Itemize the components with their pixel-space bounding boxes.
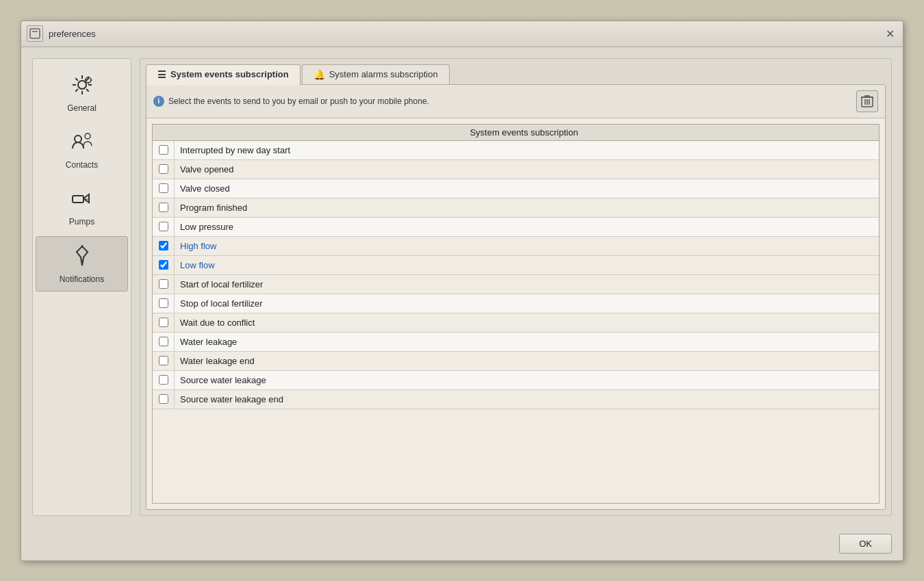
sidebar-item-general-label: General <box>67 103 97 113</box>
titlebar: preferences ✕ <box>21 21 903 47</box>
event-checkbox-9[interactable] <box>159 318 168 327</box>
checkbox-cell <box>153 352 175 370</box>
info-icon: i <box>153 96 164 107</box>
info-bar: i Select the events to send to you by em… <box>146 85 885 118</box>
window-title: preferences <box>49 29 882 39</box>
checkbox-cell <box>153 256 175 274</box>
info-text-label: Select the events to send to you by emai… <box>168 96 429 106</box>
table-row[interactable]: Valve closed <box>153 179 879 198</box>
table-row[interactable]: Stop of local fertilizer <box>153 294 879 313</box>
event-label-7: Start of local fertilizer <box>175 276 879 292</box>
app-icon <box>27 25 43 42</box>
contacts-icon <box>70 129 94 157</box>
event-checkbox-11[interactable] <box>159 356 168 365</box>
info-message: i Select the events to send to you by em… <box>153 96 429 107</box>
event-label-0: Interrupted by new day start <box>175 142 879 158</box>
svg-line-10 <box>75 89 78 92</box>
event-checkbox-13[interactable] <box>159 394 168 404</box>
tab-bar: ☰ System events subscription 🔔 System al… <box>140 59 891 84</box>
gear-icon <box>70 73 94 101</box>
checkbox-cell <box>153 275 175 294</box>
tab-content: i Select the events to send to you by em… <box>146 84 886 510</box>
svg-line-8 <box>86 89 89 92</box>
event-checkbox-7[interactable] <box>159 279 168 289</box>
table-row[interactable]: Water leakage end <box>153 352 879 371</box>
event-checkbox-4[interactable] <box>159 222 168 231</box>
events-table: System events subscription Interrupted b… <box>152 124 880 504</box>
tab-alarms-label: System alarms subscription <box>329 69 438 79</box>
event-checkbox-3[interactable] <box>159 203 168 212</box>
event-checkbox-5[interactable] <box>159 241 168 250</box>
svg-line-7 <box>75 78 78 81</box>
svg-line-9 <box>86 78 89 81</box>
event-label-13: Source water leakage end <box>175 391 879 407</box>
event-checkbox-1[interactable] <box>159 164 168 174</box>
menu-icon: ☰ <box>157 69 166 80</box>
checkbox-cell <box>153 198 175 217</box>
table-row[interactable]: Source water leakage end <box>153 390 879 409</box>
table-header-cell: System events subscription <box>158 127 873 138</box>
checkbox-cell <box>153 237 175 255</box>
event-checkbox-0[interactable] <box>159 145 168 155</box>
checkbox-cell <box>153 160 175 179</box>
pumps-icon <box>70 186 94 214</box>
table-row[interactable]: Low pressure <box>153 218 879 237</box>
svg-rect-18 <box>73 196 84 203</box>
event-label-2: Valve closed <box>175 181 879 196</box>
checkbox-cell <box>153 294 175 313</box>
event-checkbox-12[interactable] <box>159 375 168 385</box>
preferences-window: preferences ✕ <box>21 21 903 561</box>
main-content: ☰ System events subscription 🔔 System al… <box>140 58 892 516</box>
event-label-6: Low flow <box>175 257 879 273</box>
svg-point-2 <box>78 81 86 89</box>
event-label-1: Valve opened <box>175 162 879 177</box>
checkbox-cell <box>153 333 175 351</box>
svg-point-16 <box>75 135 81 142</box>
event-checkbox-10[interactable] <box>159 337 168 346</box>
svg-rect-0 <box>30 29 40 38</box>
checkbox-cell <box>153 390 175 409</box>
table-row[interactable]: Wait due to conflict <box>153 313 879 333</box>
sidebar-item-notifications[interactable]: Notifications <box>36 236 128 292</box>
event-label-8: Stop of local fertilizer <box>175 296 879 311</box>
event-label-9: Wait due to conflict <box>175 315 879 331</box>
footer: OK <box>21 527 903 560</box>
event-label-3: Program finished <box>175 200 879 216</box>
notifications-icon <box>70 244 94 272</box>
table-row[interactable]: Interrupted by new day start <box>153 141 879 160</box>
checkbox-cell <box>153 371 175 389</box>
table-row[interactable]: Source water leakage <box>153 371 879 390</box>
event-label-10: Water leakage <box>175 334 879 350</box>
event-label-12: Source water leakage <box>175 372 879 388</box>
sidebar-item-pumps[interactable]: Pumps <box>36 179 128 233</box>
tab-events[interactable]: ☰ System events subscription <box>146 64 300 85</box>
close-button[interactable]: ✕ <box>882 26 897 41</box>
table-row[interactable]: Program finished <box>153 198 879 218</box>
sidebar-item-contacts[interactable]: Contacts <box>36 122 128 177</box>
event-checkbox-8[interactable] <box>159 298 168 308</box>
table-row[interactable]: Low flow <box>153 256 879 275</box>
table-row[interactable]: Valve opened <box>153 160 879 179</box>
table-row[interactable]: Start of local fertilizer <box>153 275 879 294</box>
event-checkbox-2[interactable] <box>159 183 168 193</box>
ok-button[interactable]: OK <box>839 534 892 554</box>
svg-point-17 <box>85 133 90 139</box>
event-label-5: High flow <box>175 238 879 254</box>
sidebar-item-contacts-label: Contacts <box>66 160 98 170</box>
tab-events-label: System events subscription <box>170 69 289 79</box>
bell-icon: 🔔 <box>313 69 325 80</box>
checkbox-cell <box>153 179 175 198</box>
checkbox-cell <box>153 313 175 332</box>
sidebar-item-pumps-label: Pumps <box>69 217 94 227</box>
tab-alarms[interactable]: 🔔 System alarms subscription <box>302 64 450 84</box>
delete-button[interactable] <box>856 90 878 112</box>
checkbox-cell <box>153 218 175 236</box>
table-header: System events subscription <box>153 125 879 141</box>
sidebar-item-general[interactable]: General <box>36 66 128 120</box>
events-list: Interrupted by new day startValve opened… <box>153 141 879 503</box>
checkbox-cell <box>153 141 175 159</box>
table-row[interactable]: Water leakage <box>153 333 879 352</box>
event-label-4: Low pressure <box>175 219 879 235</box>
table-row[interactable]: High flow <box>153 237 879 256</box>
event-checkbox-6[interactable] <box>159 260 168 270</box>
